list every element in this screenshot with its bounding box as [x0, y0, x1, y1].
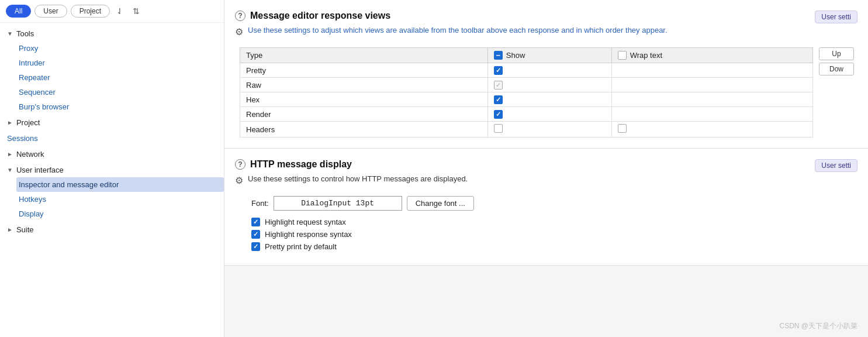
sidebar: All User Project ⇃ ⇅ ▼ Tools Proxy Intru…: [0, 0, 224, 337]
highlight-request-row: Highlight request syntax: [251, 218, 854, 226]
nav-group-project-header[interactable]: ► Project: [0, 115, 224, 130]
table-row-render: Render: [240, 107, 813, 122]
sidebar-item-proxy[interactable]: Proxy: [16, 41, 224, 56]
show-headers[interactable]: [487, 122, 611, 137]
nav-group-network-label: Network: [16, 150, 44, 159]
font-input[interactable]: [274, 196, 402, 211]
http-display-desc: ⚙ Use these settings to control how HTTP…: [235, 173, 854, 188]
user-interface-arrow: ▼: [7, 167, 13, 173]
sort-icon[interactable]: ⇃: [113, 5, 126, 17]
sidebar-item-inspector-message-editor[interactable]: Inspector and message editor: [16, 177, 224, 192]
wrap-pretty: [611, 63, 812, 78]
sidebar-item-sessions[interactable]: Sessions: [0, 131, 224, 146]
up-button[interactable]: Up: [819, 47, 854, 60]
response-views-badge: User setti: [815, 11, 857, 23]
filter-project-btn[interactable]: Project: [71, 5, 110, 18]
change-font-button[interactable]: Change font ...: [407, 196, 474, 211]
highlight-request-label: Highlight request syntax: [265, 218, 346, 226]
type-headers: Headers: [240, 122, 488, 137]
nav-tree: ▼ Tools Proxy Intruder Repeater Sequence…: [0, 23, 224, 337]
sidebar-item-sequencer[interactable]: Sequencer: [16, 85, 224, 99]
up-down-buttons: Up Dow: [819, 47, 854, 75]
table-row-headers: Headers: [240, 122, 813, 137]
nav-group-user-interface-label: User interface: [16, 166, 64, 174]
suite-arrow: ►: [7, 226, 13, 233]
show-headers-checkbox[interactable]: [494, 124, 503, 133]
nav-group-network-header[interactable]: ► Network: [0, 147, 224, 161]
sidebar-item-hotkeys[interactable]: Hotkeys: [16, 192, 224, 207]
col-header-type: Type: [240, 48, 488, 63]
wrap-render: [611, 107, 812, 122]
pretty-print-checkbox[interactable]: [251, 242, 260, 251]
show-render[interactable]: [487, 107, 611, 122]
show-raw[interactable]: [487, 78, 611, 92]
nav-group-project-label: Project: [16, 118, 40, 127]
show-hex[interactable]: [487, 92, 611, 107]
show-minus-checkbox[interactable]: [494, 51, 503, 60]
highlight-request-checkbox[interactable]: [251, 218, 260, 226]
sidebar-header: All User Project ⇃ ⇅: [0, 0, 224, 23]
project-arrow: ►: [7, 119, 13, 126]
filter-icon[interactable]: ⇅: [130, 5, 143, 17]
type-pretty: Pretty: [240, 63, 488, 78]
response-views-gear-icon: ⚙: [235, 25, 243, 39]
nav-group-network: ► Network: [0, 147, 224, 161]
response-views-header: ? Message editor response views: [235, 11, 854, 21]
show-pretty[interactable]: [487, 63, 611, 78]
nav-group-tools: ▼ Tools Proxy Intruder Repeater Sequence…: [0, 26, 224, 114]
nav-group-suite: ► Suite: [0, 222, 224, 237]
response-views-help-icon[interactable]: ?: [235, 11, 245, 21]
show-pretty-checkbox[interactable]: [494, 66, 503, 75]
wrap-hex: [611, 92, 812, 107]
sidebar-item-repeater[interactable]: Repeater: [16, 70, 224, 85]
filter-all-btn[interactable]: All: [6, 5, 31, 18]
table-row-hex: Hex: [240, 92, 813, 107]
font-label: Font:: [251, 199, 269, 208]
response-views-desc: ⚙ Use these settings to adjust which vie…: [235, 25, 854, 39]
tools-arrow: ▼: [7, 30, 13, 37]
http-display-section: ? HTTP message display User setti ⚙ Use …: [224, 149, 868, 266]
sidebar-item-display[interactable]: Display: [16, 207, 224, 221]
main-content: ? Message editor response views User set…: [224, 0, 868, 337]
type-raw: Raw: [240, 78, 488, 92]
type-hex: Hex: [240, 92, 488, 107]
sidebar-item-intruder[interactable]: Intruder: [16, 56, 224, 70]
font-row: Font: Change font ...: [251, 196, 854, 211]
show-raw-checkbox[interactable]: [494, 81, 503, 90]
tools-children: Proxy Intruder Repeater Sequencer Burp's…: [0, 41, 224, 114]
show-hex-checkbox[interactable]: [494, 95, 503, 104]
col-header-wrap: Wrap text: [611, 48, 812, 63]
wrap-headers-checkbox[interactable]: [618, 124, 627, 133]
sidebar-item-burps-browser[interactable]: Burp's browser: [16, 99, 224, 114]
http-display-help-icon[interactable]: ?: [235, 159, 245, 170]
user-interface-children: Inspector and message editor Hotkeys Dis…: [0, 177, 224, 221]
http-display-gear-icon: ⚙: [235, 174, 243, 188]
highlight-response-checkbox[interactable]: [251, 230, 260, 239]
col-header-show: Show: [487, 48, 611, 63]
highlight-response-row: Highlight response syntax: [251, 230, 854, 239]
nav-group-suite-header[interactable]: ► Suite: [0, 222, 224, 237]
http-display-desc-text: Use these settings to control how HTTP m…: [248, 173, 468, 185]
pretty-print-label: Pretty print by default: [265, 242, 337, 251]
table-row-raw: Raw: [240, 78, 813, 92]
response-views-desc-text: Use these settings to adjust which views…: [248, 25, 668, 36]
filter-user-btn[interactable]: User: [34, 5, 67, 18]
wrap-raw: [611, 78, 812, 92]
table-row-pretty: Pretty: [240, 63, 813, 78]
wrap-headers[interactable]: [611, 122, 812, 137]
wrap-header-checkbox[interactable]: [618, 51, 627, 60]
nav-group-suite-label: Suite: [16, 225, 34, 234]
response-views-title: Message editor response views: [250, 11, 390, 21]
highlight-response-label: Highlight response syntax: [265, 230, 352, 239]
down-button[interactable]: Dow: [819, 63, 854, 75]
nav-group-tools-label: Tools: [16, 29, 34, 38]
network-arrow: ►: [7, 151, 13, 157]
response-views-section: ? Message editor response views User set…: [224, 0, 868, 149]
http-display-badge: User setti: [815, 159, 857, 172]
show-render-checkbox[interactable]: [494, 110, 503, 119]
nav-group-tools-header[interactable]: ▼ Tools: [0, 26, 224, 41]
watermark: CSDN @天下是个小趴菜: [779, 321, 857, 331]
http-display-header: ? HTTP message display: [235, 159, 854, 170]
nav-group-user-interface-header[interactable]: ▼ User interface: [0, 163, 224, 177]
type-render: Render: [240, 107, 488, 122]
